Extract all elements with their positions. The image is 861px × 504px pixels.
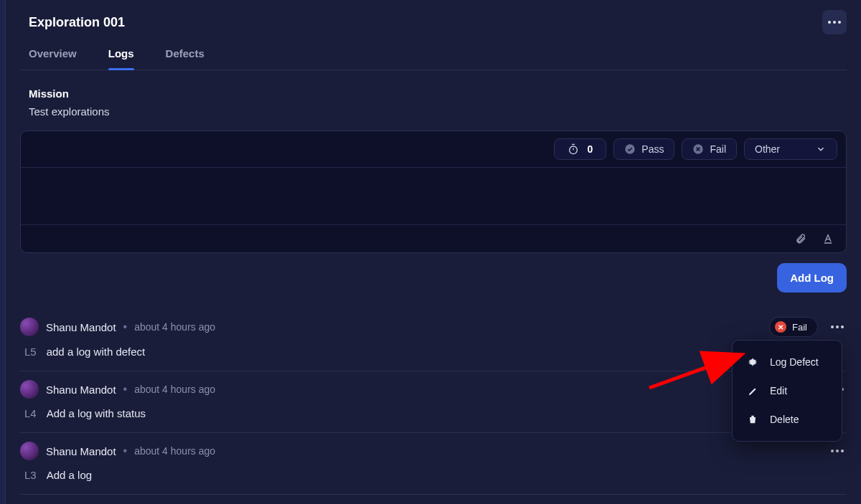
more-icon [831,450,844,452]
menu-label: Edit [770,385,787,396]
composer-toolbar: 0 Pass Fail Other [21,131,846,168]
log-id: L3 [24,469,37,481]
log-entry: Shanu Mandot • about 4 hours ago L3 Add … [20,433,847,495]
log-header: Shanu Mandot • about 4 hours ago ✕ Fail [20,317,847,337]
svg-point-0 [569,146,577,154]
avatar [20,442,39,460]
attachment-button[interactable] [794,232,807,245]
log-more-button[interactable] [828,323,847,331]
separator-dot: • [123,383,128,396]
composer-textarea[interactable] [21,168,846,225]
separator-dot: • [123,320,128,333]
add-log-button[interactable]: Add Log [777,263,847,293]
left-sidebar-edge [0,0,6,504]
tab-logs[interactable]: Logs [108,47,134,70]
check-circle-icon [624,143,636,155]
stopwatch-icon [568,143,579,155]
composer-footer [21,225,846,252]
avatar [20,380,39,399]
log-time: about 4 hours ago [134,445,215,457]
log-text: Add a log [47,469,92,481]
tabs-bar: Overview Logs Defects [20,47,847,70]
tab-defects[interactable]: Defects [166,47,204,70]
log-author: Shanu Mandot [46,321,116,333]
log-composer: 0 Pass Fail Other [20,130,847,253]
more-icon [828,21,841,24]
log-more-button[interactable] [828,447,847,455]
timer-pill[interactable]: 0 [554,138,607,160]
log-id: L5 [24,346,37,358]
add-log-row: Add Log [20,263,847,293]
svg-point-3 [750,359,756,365]
log-time: about 4 hours ago [134,321,215,333]
header-more-button[interactable] [822,10,847,34]
fail-button[interactable]: Fail [682,138,737,160]
log-time: about 4 hours ago [134,384,215,395]
log-body: L3 Add a log [20,469,847,481]
trash-icon [747,414,758,425]
timer-value: 0 [588,143,593,155]
separator-dot: • [123,444,128,457]
text-format-button[interactable] [822,232,834,245]
x-icon: ✕ [775,321,786,333]
chevron-down-icon [815,143,827,155]
menu-label: Log Defect [770,356,819,368]
log-author: Shanu Mandot [46,384,116,396]
log-body: L5 add a log with defect [20,346,847,358]
menu-label: Delete [770,414,799,425]
page-header: Exploration 001 [20,0,847,47]
menu-item-log-defect[interactable]: Log Defect [733,348,842,376]
mission-text: Test explorations [29,105,847,118]
log-text: add a log with defect [47,346,146,358]
pass-button[interactable]: Pass [613,138,674,160]
log-header: Shanu Mandot • about 4 hours ago [20,442,847,460]
fail-label: Fail [710,143,726,155]
log-body: L4 Add a log with status [20,407,847,419]
status-badge-fail: ✕ Fail [769,317,818,337]
log-author: Shanu Mandot [46,445,116,457]
x-circle-icon [692,143,704,155]
log-context-menu: Log Defect Edit Delete [732,340,842,442]
mission-section: Mission Test explorations [20,70,847,118]
log-text: Add a log with status [47,407,146,419]
mission-label: Mission [29,87,847,100]
category-select[interactable]: Other [744,138,837,160]
log-id: L4 [24,407,37,419]
log-entry: Shanu Mandot • about 4 hours ago ✕ Fail … [20,308,847,371]
avatar [20,318,39,336]
tab-overview[interactable]: Overview [29,47,77,70]
pass-label: Pass [641,143,664,155]
select-value: Other [755,143,780,155]
logs-list: Shanu Mandot • about 4 hours ago ✕ Fail … [20,308,847,495]
pencil-icon [747,385,758,396]
page-title: Exploration 001 [29,15,125,30]
more-icon [831,325,844,328]
menu-item-delete[interactable]: Delete [733,405,842,434]
bug-icon [747,356,758,368]
log-entry: Shanu Mandot • about 4 hours ago L4 Add … [20,371,847,433]
log-header: Shanu Mandot • about 4 hours ago [20,380,847,399]
status-label: Fail [792,322,807,333]
menu-item-edit[interactable]: Edit [733,376,842,405]
